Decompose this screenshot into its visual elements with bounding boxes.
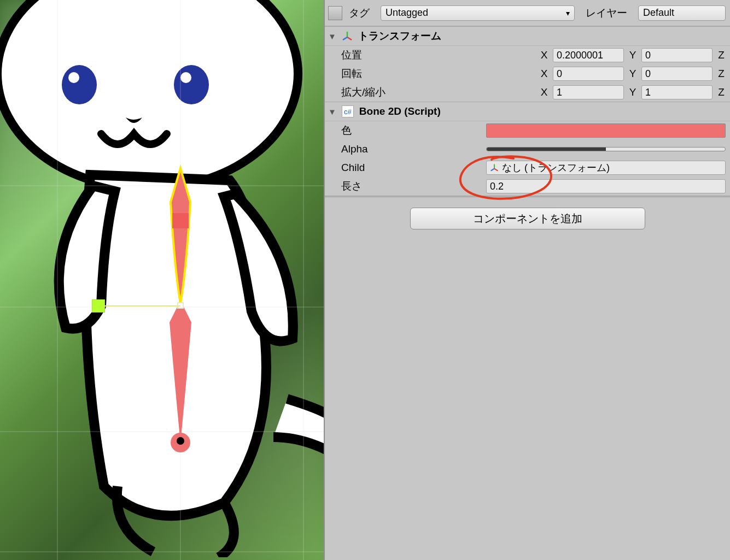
svg-line-16 xyxy=(347,37,352,40)
scene-view[interactable] xyxy=(0,0,324,560)
alpha-label: Alpha xyxy=(341,143,486,155)
color-label: 色 xyxy=(341,123,486,138)
foldout-triangle-icon[interactable]: ▼ xyxy=(328,107,336,116)
tag-value: Untagged xyxy=(386,7,428,19)
transform-mini-icon xyxy=(490,163,499,172)
axis-x-label: X xyxy=(540,49,548,61)
scale-y-input[interactable] xyxy=(641,85,713,99)
svg-point-3 xyxy=(174,65,209,104)
translate-handle[interactable] xyxy=(92,299,105,313)
axis-y-label: Y xyxy=(628,49,637,61)
transform-title: トランスフォーム xyxy=(358,29,441,43)
position-x-input[interactable] xyxy=(553,48,624,62)
svg-point-0 xyxy=(0,0,298,188)
inspector-panel: タグ Untagged ▾ レイヤー Default ▼ トランスフォーム 位置… xyxy=(324,0,730,560)
svg-line-19 xyxy=(494,169,498,171)
axis-z-label: Z xyxy=(717,49,726,61)
alpha-slider[interactable] xyxy=(486,147,726,151)
layer-label: レイヤー xyxy=(586,6,627,20)
scale-label: 拡大/縮小 xyxy=(341,85,478,99)
rotation-x-input[interactable] xyxy=(553,67,624,81)
color-field[interactable] xyxy=(486,123,726,138)
svg-point-4 xyxy=(180,72,191,83)
svg-line-17 xyxy=(343,37,347,40)
length-label: 長さ xyxy=(341,179,486,193)
bone-origin-dot xyxy=(177,437,184,445)
transform-header[interactable]: ▼ トランスフォーム xyxy=(325,26,730,46)
child-label: Child xyxy=(341,162,486,174)
rotation-label: 回転 xyxy=(341,67,478,81)
bone2d-title: Bone 2D (Script) xyxy=(359,105,441,117)
foldout-triangle-icon[interactable]: ▼ xyxy=(328,32,336,41)
layer-dropdown[interactable]: Default xyxy=(638,5,726,21)
scale-x-input[interactable] xyxy=(553,85,624,99)
layer-value: Default xyxy=(643,7,674,19)
length-input[interactable] xyxy=(486,179,726,193)
svg-line-20 xyxy=(491,169,494,171)
tag-dropdown[interactable]: Untagged ▾ xyxy=(381,5,575,21)
csharp-script-icon: c# xyxy=(342,105,354,117)
add-component-button[interactable]: コンポーネントを追加 xyxy=(410,208,645,229)
transform-icon xyxy=(342,31,353,42)
handle-line xyxy=(104,305,180,307)
section-separator xyxy=(325,196,730,198)
tag-label: タグ xyxy=(349,6,370,20)
child-value: なし (トランスフォーム) xyxy=(502,161,610,174)
position-y-input[interactable] xyxy=(641,48,713,62)
character-sprite xyxy=(0,0,324,557)
gameobject-icon xyxy=(328,6,342,20)
child-object-field[interactable]: なし (トランスフォーム) xyxy=(486,161,726,175)
position-label: 位置 xyxy=(341,48,478,62)
svg-point-1 xyxy=(62,65,97,104)
bone2d-header[interactable]: ▼ c# Bone 2D (Script) xyxy=(325,102,730,121)
rotation-y-input[interactable] xyxy=(641,67,713,81)
svg-point-2 xyxy=(68,72,79,83)
dropdown-caret-icon: ▾ xyxy=(566,9,570,17)
